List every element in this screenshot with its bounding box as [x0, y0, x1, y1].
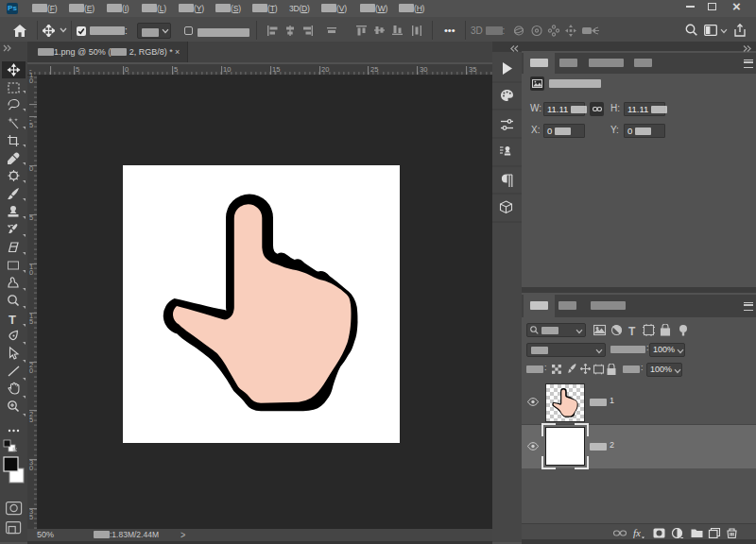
svg-text:T: T [9, 313, 16, 327]
svg-text:T: T [628, 325, 636, 337]
svg-text:fx: fx [633, 528, 641, 538]
